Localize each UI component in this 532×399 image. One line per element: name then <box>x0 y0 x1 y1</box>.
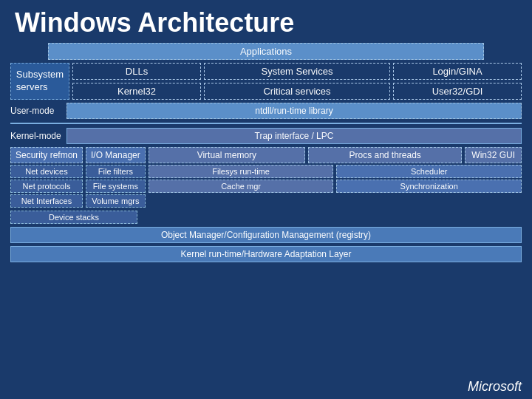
applications-box: Applications <box>48 43 484 60</box>
scheduler-box: Scheduler <box>336 165 522 178</box>
kernelmode-row: Kernel-mode Trap interface / LPC <box>10 128 522 144</box>
synchronization-box: Synchronization <box>336 180 522 193</box>
virtual-memory-box: Virtual memory <box>149 147 305 163</box>
filesys-sched-row: Filesys run-time Scheduler <box>149 165 522 178</box>
volume-mgrs-box: Volume mgrs <box>86 194 146 208</box>
middle-col: Virtual memory Procs and threads Win32 G… <box>149 147 522 193</box>
separator <box>10 123 522 124</box>
login-gina-box: Login/GINA <box>393 63 522 80</box>
io-manager-box: I/O Manager <box>86 147 146 163</box>
procs-threads-box: Procs and threads <box>308 147 462 163</box>
subsystem-bottom-row: Kernel32 Critical services User32/GDI <box>72 83 522 100</box>
microsoft-text: Microsoft <box>468 379 522 394</box>
kernel-runtime-box: Kernel run-time/Hardware Adaptation Laye… <box>10 246 522 262</box>
kernel32-box: Kernel32 <box>72 83 201 100</box>
security-refmon-box: Security refmon <box>10 147 83 163</box>
usermode-row: User-mode ntdll/run-time library <box>10 103 522 119</box>
filesys-runtime-box: Filesys run-time <box>149 165 334 178</box>
page-title: Windows Architecture <box>0 0 532 43</box>
object-mgr-box: Object Manager/Configuration Management … <box>10 227 522 243</box>
file-filters-box: File filters <box>86 165 146 178</box>
subsystem-label: Subsystemservers <box>10 63 69 100</box>
io-manager-col: I/O Manager File filters File systems Vo… <box>86 147 146 208</box>
cache-mgr-box: Cache mgr <box>149 180 334 193</box>
dlls-box: DLLs <box>72 63 201 80</box>
device-stacks-row: Device stacks <box>10 211 522 224</box>
net-devices-box: Net devices <box>10 165 83 178</box>
user32-gdi-box: User32/GDI <box>393 83 522 100</box>
net-protocols-box: Net protocols <box>10 180 83 193</box>
net-interfaces-box: Net Interfaces <box>10 194 83 208</box>
trap-box: Trap interface / LPC <box>66 128 522 144</box>
subsystem-right: DLLs System Services Login/GINA Kernel32… <box>72 63 522 100</box>
top-kernel-row: Security refmon Net devices Net protocol… <box>10 147 522 208</box>
cache-sync-row: Cache mgr Synchronization <box>149 180 522 193</box>
device-stacks-box: Device stacks <box>10 211 137 224</box>
subsystem-top-row: DLLs System Services Login/GINA <box>72 63 522 80</box>
kernelmode-label: Kernel-mode <box>10 131 64 141</box>
win32gui-box: Win32 GUI <box>465 147 522 163</box>
ntdll-box: ntdll/run-time library <box>66 103 522 119</box>
system-services-box: System Services <box>204 63 390 80</box>
applications-row: Applications <box>10 43 522 60</box>
vm-procs-row: Virtual memory Procs and threads Win32 G… <box>149 147 522 163</box>
critical-services-box: Critical services <box>204 83 390 100</box>
security-col: Security refmon Net devices Net protocol… <box>10 147 83 208</box>
subsystem-area: Subsystemservers DLLs System Services Lo… <box>10 63 522 100</box>
file-systems-box: File systems <box>86 180 146 193</box>
usermode-label: User-mode <box>10 106 64 116</box>
microsoft-logo: Microsoft <box>468 379 522 395</box>
